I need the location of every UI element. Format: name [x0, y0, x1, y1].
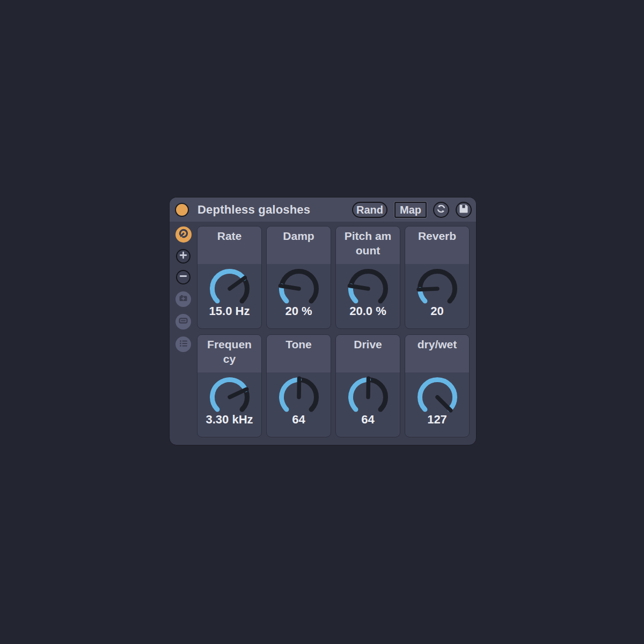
floppy-disk-icon [458, 203, 469, 216]
macro-knob[interactable] [277, 376, 320, 414]
macro-grid: Rate 15.0 Hz Damp 20 % Pitch amount 20.0… [197, 226, 470, 437]
macro-value: 20 [430, 304, 443, 318]
minus-icon [179, 272, 188, 283]
device-body: Rate 15.0 Hz Damp 20 % Pitch amount 20.0… [170, 222, 476, 437]
macro-value: 20.0 % [349, 304, 386, 318]
macro-value: 20 % [285, 304, 312, 318]
macro-knob[interactable] [208, 376, 251, 414]
macro-value: 127 [427, 413, 447, 427]
new-snapshot-button[interactable] [175, 291, 191, 307]
macro-cell-damp: Damp 20 % [266, 226, 331, 329]
macro-cell-pitch-amount: Pitch amount 20.0 % [335, 226, 400, 329]
macro-cell-drive: Drive 64 [335, 334, 400, 437]
remove-macro-button[interactable] [176, 270, 191, 284]
macro-cell-tone: Tone 64 [266, 334, 331, 437]
macro-knob[interactable] [416, 267, 459, 306]
macro-knob[interactable] [277, 267, 320, 306]
macro-label: Pitch amount [343, 229, 392, 258]
macro-label: Damp [274, 229, 323, 244]
randomize-macros-button[interactable]: Rand [352, 202, 387, 218]
macro-label: Tone [274, 338, 323, 352]
plus-icon [179, 251, 188, 262]
effect-rack-device: Depthless galoshes Rand Map [169, 197, 477, 445]
device-power-toggle[interactable] [175, 203, 189, 217]
macro-value: 15.0 Hz [209, 304, 250, 318]
macro-label: Drive [343, 338, 392, 352]
device-title: Depthless galoshes [197, 203, 310, 217]
macro-knob[interactable] [208, 267, 251, 306]
rerandomize-button[interactable] [433, 202, 449, 218]
snapshot-list-button[interactable] [175, 336, 191, 352]
macro-knob[interactable] [347, 376, 390, 414]
knob-dial-icon [177, 227, 190, 242]
macro-knob[interactable] [416, 376, 459, 414]
macro-value: 64 [361, 413, 374, 427]
cycle-arrows-icon [435, 203, 447, 217]
macro-cell-rate: Rate 15.0 Hz [197, 226, 262, 329]
map-mode-button[interactable]: Map [394, 202, 427, 218]
pill-slot-icon [178, 316, 188, 328]
macro-knob[interactable] [347, 267, 390, 306]
chain-list-button[interactable] [175, 314, 191, 330]
device-title-bar: Depthless galoshes Rand Map [170, 197, 476, 222]
macro-cell-frequency: Frequency 3.30 kHz [197, 334, 262, 437]
macro-label: Reverb [413, 229, 462, 244]
save-preset-button[interactable] [456, 202, 472, 218]
macro-cell-dry-wet: dry/wet 127 [405, 334, 470, 437]
bulleted-list-icon [179, 339, 188, 350]
rack-sidebar [170, 222, 197, 437]
add-macro-button[interactable] [176, 249, 191, 264]
show-macros-button[interactable] [175, 226, 192, 243]
macro-cell-reverb: Reverb 20 [405, 226, 470, 329]
macro-value: 64 [292, 413, 305, 427]
macro-value: 3.30 kHz [206, 413, 253, 427]
macro-label: dry/wet [413, 338, 462, 352]
macro-label: Rate [205, 229, 254, 244]
camera-plus-icon [178, 293, 188, 305]
macro-label: Frequency [205, 338, 254, 367]
